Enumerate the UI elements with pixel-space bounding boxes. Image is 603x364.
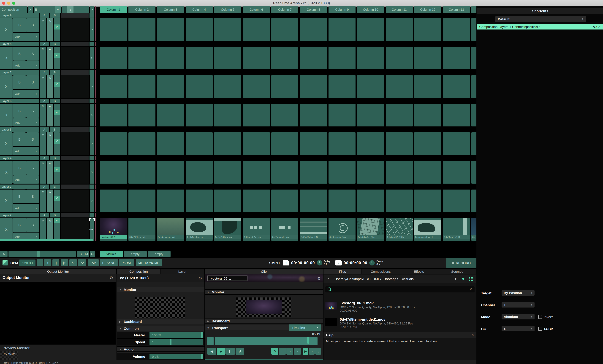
layer-deck-b-button[interactable]: B <box>50 156 60 160</box>
clip-slot[interactable] <box>328 132 356 155</box>
clip-slot[interactable] <box>300 189 327 212</box>
timeline-mode-dropdown[interactable]: Timeline▼ <box>289 324 321 331</box>
layer-clear-button[interactable]: X <box>0 218 12 241</box>
clip-slot[interactable] <box>271 104 298 126</box>
layer-video-fader[interactable]: V <box>54 104 60 126</box>
column-header[interactable]: Column 6 <box>243 6 270 13</box>
preview-monitor-label[interactable]: Preview Monitor <box>2 346 30 350</box>
delay-1-knob[interactable] <box>317 260 322 265</box>
layer-audio-fader[interactable]: A <box>47 47 53 69</box>
tab-compositions[interactable]: Compositions <box>362 269 400 274</box>
layer-bypass-button[interactable]: B <box>13 18 26 32</box>
tab-sources[interactable]: Sources <box>438 269 476 274</box>
layer-bypass-button[interactable]: B <box>13 75 26 89</box>
clip-slot[interactable] <box>414 161 441 184</box>
layer-deck-b-button[interactable]: B <box>50 185 60 189</box>
layer-deck-a-button[interactable]: A <box>40 127 49 132</box>
clip-slot[interactable] <box>386 75 413 98</box>
clip-slot[interactable] <box>157 104 184 126</box>
layer-deck-b-button[interactable]: B <box>50 42 60 46</box>
column-header[interactable]: Column 7 <box>271 6 298 13</box>
clip-slot[interactable] <box>386 18 413 41</box>
column-header[interactable]: Column 13 <box>443 6 470 13</box>
clip-slot[interactable] <box>214 161 241 184</box>
clip-slot[interactable]: 0et9ekmtjjq_Poly <box>328 218 356 241</box>
clip-slot[interactable] <box>128 104 155 126</box>
clip-slot[interactable] <box>443 189 470 212</box>
bounce-button[interactable]: ↔ <box>279 348 286 354</box>
clip-slot[interactable]: 0etvjmmjqyf_ze_1 <box>414 218 441 241</box>
layer-name[interactable]: Layer 2 <box>0 213 39 218</box>
deck-tab[interactable]: visuals <box>100 251 123 257</box>
clip-slot[interactable] <box>443 161 470 184</box>
timeline-position-marker[interactable] <box>307 337 309 343</box>
checkbox[interactable] <box>538 315 542 319</box>
layer-video-fader[interactable]: V <box>54 18 60 41</box>
deck-tab[interactable]: empty <box>124 251 147 257</box>
clip-slot[interactable] <box>300 47 327 69</box>
bpm-button[interactable]: RESYNC <box>100 259 118 266</box>
clip-slot[interactable] <box>214 47 241 69</box>
timeline-track[interactable] <box>215 337 317 345</box>
layer-solo-button[interactable]: S <box>26 189 39 203</box>
layer-audio-fader[interactable]: A <box>47 104 53 126</box>
composition-bypass-button[interactable]: B <box>34 6 39 13</box>
clip-slot[interactable] <box>271 132 298 155</box>
clip-slot[interactable] <box>214 18 241 41</box>
crossfader-b-button[interactable]: B <box>77 251 84 257</box>
clip-slot[interactable] <box>414 132 441 155</box>
master-slider[interactable]: 100 % <box>150 332 203 338</box>
midi-field-dropdown[interactable]: 5▼ <box>501 326 534 331</box>
clip-slot[interactable] <box>186 104 213 126</box>
clip-slot[interactable] <box>243 104 270 126</box>
clip-slot[interactable] <box>328 47 356 69</box>
layer-master-fader[interactable]: M <box>40 189 46 212</box>
play-direction-button[interactable]: ▶ <box>303 348 308 354</box>
layer-video-button[interactable]: V <box>54 218 60 223</box>
clip-slot[interactable] <box>100 132 127 155</box>
delay-2-knob[interactable] <box>369 260 374 265</box>
layer-bypass-button[interactable]: B <box>13 104 26 118</box>
deck-previous-button[interactable]: |◀ <box>84 251 89 257</box>
clip-slot[interactable] <box>186 189 213 212</box>
clip-slot[interactable] <box>471 47 476 69</box>
layer-solo-button[interactable]: S <box>26 218 39 232</box>
layer-name[interactable]: Layer 4 <box>0 156 39 160</box>
clip-slot[interactable] <box>328 189 356 212</box>
layer-deck-b-button[interactable]: B <box>50 13 60 18</box>
clip-slot[interactable] <box>443 132 470 155</box>
clip-slot[interactable] <box>243 75 270 98</box>
layer-clear-button[interactable]: X <box>0 75 12 98</box>
clip-slot[interactable] <box>471 161 476 184</box>
bpm-button[interactable]: /2 <box>70 259 77 266</box>
clip-slot[interactable] <box>328 161 356 184</box>
clip-slot[interactable] <box>471 104 476 126</box>
bpm-button[interactable]: *2 <box>78 259 86 266</box>
up-directory-button[interactable]: ↑ <box>325 276 331 282</box>
layer-name[interactable]: Layer 3 <box>0 185 39 189</box>
clip-slot[interactable] <box>357 18 384 41</box>
composition-connect-next-button[interactable]: > <box>90 6 94 13</box>
clip-slot[interactable] <box>128 132 155 155</box>
clip-slot[interactable] <box>443 47 470 69</box>
clip-slot[interactable] <box>271 18 298 41</box>
bpm-button[interactable]: TAP <box>88 259 98 266</box>
layer-master-fader[interactable]: M <box>40 47 46 69</box>
play-once-button[interactable]: → <box>286 348 293 354</box>
layer-video-button[interactable]: V <box>54 167 60 172</box>
clip-slot[interactable] <box>357 75 384 98</box>
tab-effects[interactable]: Effects <box>400 269 438 274</box>
checkbox[interactable] <box>538 327 542 331</box>
layer-audio-fader[interactable]: A <box>47 75 53 98</box>
clip-slot[interactable]: 0dv4nnwheie_vid <box>157 218 184 241</box>
clip-slot[interactable] <box>157 18 184 41</box>
layer-connect-next-button[interactable]: > <box>90 18 94 41</box>
crossfader-a-button[interactable]: A <box>0 251 8 257</box>
composition-clear-button[interactable]: X <box>28 6 33 13</box>
clip-slot[interactable] <box>100 18 127 41</box>
layer-connect-next-button[interactable]: > <box>90 161 94 184</box>
tab-layer[interactable]: Layer <box>161 269 204 274</box>
favorite-icon[interactable]: ♥ <box>462 275 464 283</box>
clip-slot[interactable] <box>100 161 127 184</box>
speed-slider[interactable]: 1 <box>150 339 203 345</box>
